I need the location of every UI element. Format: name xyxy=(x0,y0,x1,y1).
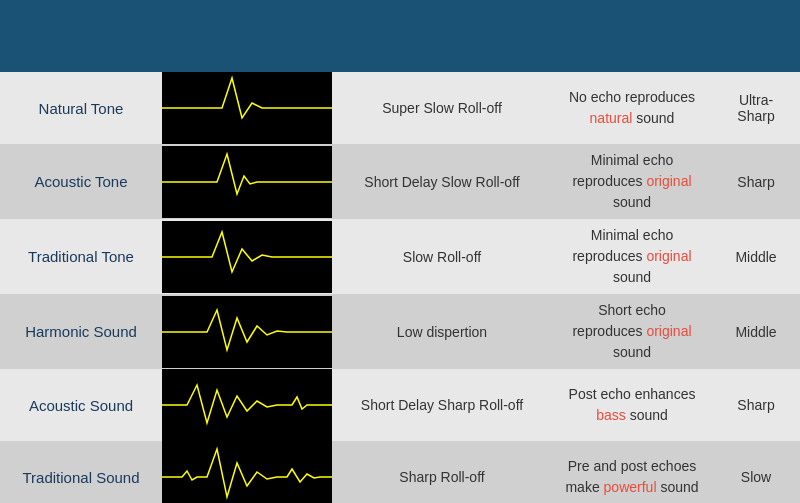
header-sound-type xyxy=(0,0,162,72)
edge-cell: Ultra-Sharp xyxy=(712,72,800,144)
edge-cell: Sharp xyxy=(712,369,800,441)
table-row: Acoustic ToneShort Delay Slow Roll-offMi… xyxy=(0,144,800,219)
sound-type-cell: Traditional Sound xyxy=(0,441,162,503)
sound-type-cell: Natural Tone xyxy=(0,72,162,144)
edge-cell: Middle xyxy=(712,294,800,369)
impulse-response-cell xyxy=(162,369,332,441)
remarks-cell: Short echo reproduces original sound xyxy=(552,294,712,369)
table-row: Natural ToneSuper Slow Roll-offNo echo r… xyxy=(0,72,800,144)
filter-name-cell: Super Slow Roll-off xyxy=(332,72,552,144)
impulse-response-cell xyxy=(162,294,332,369)
table-row: Traditional ToneSlow Roll-offMinimal ech… xyxy=(0,219,800,294)
filter-name-cell: Short Delay Slow Roll-off xyxy=(332,144,552,219)
header-impulse-response xyxy=(162,0,332,72)
remarks-cell: Pre and post echoes make powerful sound xyxy=(552,441,712,503)
remarks-cell: Minimal echo reproduces original sound xyxy=(552,219,712,294)
filter-name-cell: Short Delay Sharp Roll-off xyxy=(332,369,552,441)
impulse-response-cell xyxy=(162,219,332,294)
remarks-cell: No echo reproduces natural sound xyxy=(552,72,712,144)
impulse-response-cell xyxy=(162,441,332,503)
impulse-response-cell xyxy=(162,72,332,144)
header-remarks xyxy=(552,0,712,72)
table-row: Traditional SoundSharp Roll-offPre and p… xyxy=(0,441,800,503)
filter-name-cell: Sharp Roll-off xyxy=(332,441,552,503)
table-row: Acoustic SoundShort Delay Sharp Roll-off… xyxy=(0,369,800,441)
edge-cell: Sharp xyxy=(712,144,800,219)
filter-name-cell: Low dispertion xyxy=(332,294,552,369)
header-edge xyxy=(712,0,800,72)
table-header xyxy=(0,0,800,72)
edge-cell: Middle xyxy=(712,219,800,294)
sound-type-cell: Acoustic Tone xyxy=(0,144,162,219)
filter-name-cell: Slow Roll-off xyxy=(332,219,552,294)
sound-type-cell: Harmonic Sound xyxy=(0,294,162,369)
edge-cell: Slow xyxy=(712,441,800,503)
remarks-cell: Minimal echo reproduces original sound xyxy=(552,144,712,219)
table-row: Harmonic SoundLow dispertionShort echo r… xyxy=(0,294,800,369)
remarks-cell: Post echo enhances bass sound xyxy=(552,369,712,441)
header-filter-name xyxy=(332,0,552,72)
sound-type-cell: Traditional Tone xyxy=(0,219,162,294)
impulse-response-cell xyxy=(162,144,332,219)
sound-type-cell: Acoustic Sound xyxy=(0,369,162,441)
